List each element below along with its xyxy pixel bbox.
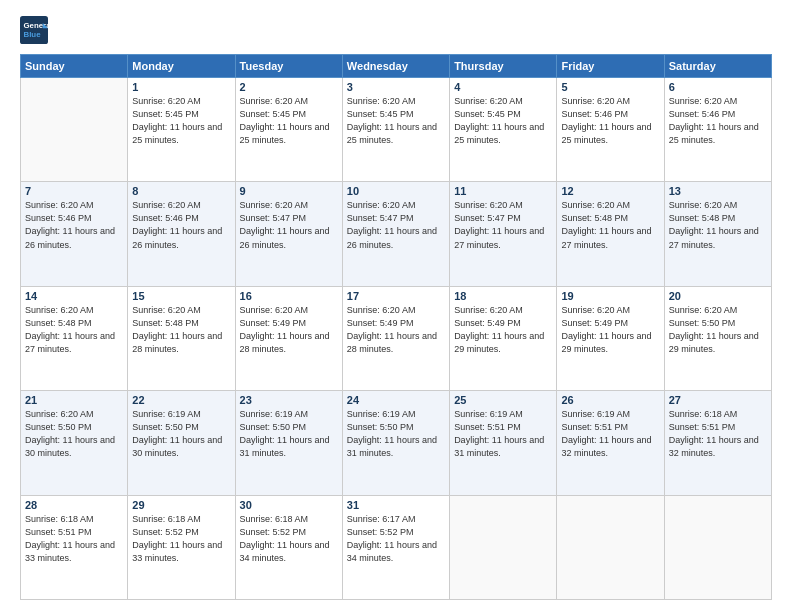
calendar-cell: 26Sunrise: 6:19 AMSunset: 5:51 PMDayligh…: [557, 391, 664, 495]
header: General Blue: [20, 16, 772, 44]
day-number: 18: [454, 290, 552, 302]
day-info: Sunrise: 6:19 AMSunset: 5:50 PMDaylight:…: [240, 408, 338, 460]
calendar-week-row: 28Sunrise: 6:18 AMSunset: 5:51 PMDayligh…: [21, 495, 772, 599]
day-number: 26: [561, 394, 659, 406]
day-number: 21: [25, 394, 123, 406]
day-info: Sunrise: 6:19 AMSunset: 5:51 PMDaylight:…: [561, 408, 659, 460]
day-info: Sunrise: 6:17 AMSunset: 5:52 PMDaylight:…: [347, 513, 445, 565]
calendar-cell: 30Sunrise: 6:18 AMSunset: 5:52 PMDayligh…: [235, 495, 342, 599]
calendar-cell: 5Sunrise: 6:20 AMSunset: 5:46 PMDaylight…: [557, 78, 664, 182]
day-number: 7: [25, 185, 123, 197]
day-info: Sunrise: 6:20 AMSunset: 5:46 PMDaylight:…: [25, 199, 123, 251]
calendar-cell: 10Sunrise: 6:20 AMSunset: 5:47 PMDayligh…: [342, 182, 449, 286]
day-info: Sunrise: 6:20 AMSunset: 5:49 PMDaylight:…: [454, 304, 552, 356]
day-number: 19: [561, 290, 659, 302]
day-number: 3: [347, 81, 445, 93]
day-header: Wednesday: [342, 55, 449, 78]
svg-text:Blue: Blue: [24, 30, 42, 39]
day-info: Sunrise: 6:20 AMSunset: 5:47 PMDaylight:…: [240, 199, 338, 251]
calendar-week-row: 7Sunrise: 6:20 AMSunset: 5:46 PMDaylight…: [21, 182, 772, 286]
day-info: Sunrise: 6:19 AMSunset: 5:51 PMDaylight:…: [454, 408, 552, 460]
calendar-cell: [21, 78, 128, 182]
day-number: 24: [347, 394, 445, 406]
calendar-cell: 6Sunrise: 6:20 AMSunset: 5:46 PMDaylight…: [664, 78, 771, 182]
day-number: 22: [132, 394, 230, 406]
day-number: 4: [454, 81, 552, 93]
page: General Blue SundayMondayTuesdayWednesda…: [0, 0, 792, 612]
day-number: 11: [454, 185, 552, 197]
calendar-cell: 25Sunrise: 6:19 AMSunset: 5:51 PMDayligh…: [450, 391, 557, 495]
day-info: Sunrise: 6:20 AMSunset: 5:46 PMDaylight:…: [669, 95, 767, 147]
calendar-cell: 29Sunrise: 6:18 AMSunset: 5:52 PMDayligh…: [128, 495, 235, 599]
calendar-week-row: 1Sunrise: 6:20 AMSunset: 5:45 PMDaylight…: [21, 78, 772, 182]
calendar-week-row: 14Sunrise: 6:20 AMSunset: 5:48 PMDayligh…: [21, 286, 772, 390]
day-number: 31: [347, 499, 445, 511]
day-number: 12: [561, 185, 659, 197]
day-number: 16: [240, 290, 338, 302]
day-info: Sunrise: 6:20 AMSunset: 5:48 PMDaylight:…: [561, 199, 659, 251]
day-info: Sunrise: 6:18 AMSunset: 5:52 PMDaylight:…: [240, 513, 338, 565]
day-number: 28: [25, 499, 123, 511]
calendar-cell: 1Sunrise: 6:20 AMSunset: 5:45 PMDaylight…: [128, 78, 235, 182]
day-header: Monday: [128, 55, 235, 78]
day-info: Sunrise: 6:18 AMSunset: 5:51 PMDaylight:…: [25, 513, 123, 565]
calendar-cell: 9Sunrise: 6:20 AMSunset: 5:47 PMDaylight…: [235, 182, 342, 286]
calendar-cell: 15Sunrise: 6:20 AMSunset: 5:48 PMDayligh…: [128, 286, 235, 390]
day-number: 25: [454, 394, 552, 406]
calendar-cell: 27Sunrise: 6:18 AMSunset: 5:51 PMDayligh…: [664, 391, 771, 495]
header-row: SundayMondayTuesdayWednesdayThursdayFrid…: [21, 55, 772, 78]
calendar-cell: [557, 495, 664, 599]
day-number: 17: [347, 290, 445, 302]
calendar-cell: 2Sunrise: 6:20 AMSunset: 5:45 PMDaylight…: [235, 78, 342, 182]
day-info: Sunrise: 6:18 AMSunset: 5:51 PMDaylight:…: [669, 408, 767, 460]
calendar-cell: 14Sunrise: 6:20 AMSunset: 5:48 PMDayligh…: [21, 286, 128, 390]
calendar-cell: 24Sunrise: 6:19 AMSunset: 5:50 PMDayligh…: [342, 391, 449, 495]
day-info: Sunrise: 6:19 AMSunset: 5:50 PMDaylight:…: [347, 408, 445, 460]
day-info: Sunrise: 6:20 AMSunset: 5:50 PMDaylight:…: [25, 408, 123, 460]
day-info: Sunrise: 6:20 AMSunset: 5:45 PMDaylight:…: [347, 95, 445, 147]
day-info: Sunrise: 6:20 AMSunset: 5:47 PMDaylight:…: [454, 199, 552, 251]
day-info: Sunrise: 6:20 AMSunset: 5:48 PMDaylight:…: [132, 304, 230, 356]
day-number: 15: [132, 290, 230, 302]
day-info: Sunrise: 6:20 AMSunset: 5:49 PMDaylight:…: [240, 304, 338, 356]
calendar-table: SundayMondayTuesdayWednesdayThursdayFrid…: [20, 54, 772, 600]
day-info: Sunrise: 6:20 AMSunset: 5:48 PMDaylight:…: [25, 304, 123, 356]
day-number: 8: [132, 185, 230, 197]
day-number: 10: [347, 185, 445, 197]
day-info: Sunrise: 6:20 AMSunset: 5:49 PMDaylight:…: [347, 304, 445, 356]
day-info: Sunrise: 6:20 AMSunset: 5:48 PMDaylight:…: [669, 199, 767, 251]
day-number: 2: [240, 81, 338, 93]
calendar-cell: 16Sunrise: 6:20 AMSunset: 5:49 PMDayligh…: [235, 286, 342, 390]
day-info: Sunrise: 6:20 AMSunset: 5:45 PMDaylight:…: [132, 95, 230, 147]
day-info: Sunrise: 6:20 AMSunset: 5:49 PMDaylight:…: [561, 304, 659, 356]
calendar-cell: 20Sunrise: 6:20 AMSunset: 5:50 PMDayligh…: [664, 286, 771, 390]
day-number: 20: [669, 290, 767, 302]
calendar-week-row: 21Sunrise: 6:20 AMSunset: 5:50 PMDayligh…: [21, 391, 772, 495]
calendar-cell: 23Sunrise: 6:19 AMSunset: 5:50 PMDayligh…: [235, 391, 342, 495]
day-number: 23: [240, 394, 338, 406]
calendar-cell: 3Sunrise: 6:20 AMSunset: 5:45 PMDaylight…: [342, 78, 449, 182]
day-header: Thursday: [450, 55, 557, 78]
day-info: Sunrise: 6:20 AMSunset: 5:50 PMDaylight:…: [669, 304, 767, 356]
calendar-cell: [450, 495, 557, 599]
day-header: Sunday: [21, 55, 128, 78]
day-info: Sunrise: 6:20 AMSunset: 5:46 PMDaylight:…: [132, 199, 230, 251]
logo: General Blue: [20, 16, 48, 44]
day-header: Saturday: [664, 55, 771, 78]
day-number: 29: [132, 499, 230, 511]
calendar-cell: 19Sunrise: 6:20 AMSunset: 5:49 PMDayligh…: [557, 286, 664, 390]
day-number: 1: [132, 81, 230, 93]
calendar-cell: 11Sunrise: 6:20 AMSunset: 5:47 PMDayligh…: [450, 182, 557, 286]
calendar-cell: 18Sunrise: 6:20 AMSunset: 5:49 PMDayligh…: [450, 286, 557, 390]
day-info: Sunrise: 6:20 AMSunset: 5:47 PMDaylight:…: [347, 199, 445, 251]
day-info: Sunrise: 6:19 AMSunset: 5:50 PMDaylight:…: [132, 408, 230, 460]
day-number: 5: [561, 81, 659, 93]
calendar-cell: 17Sunrise: 6:20 AMSunset: 5:49 PMDayligh…: [342, 286, 449, 390]
day-number: 6: [669, 81, 767, 93]
calendar-cell: 4Sunrise: 6:20 AMSunset: 5:45 PMDaylight…: [450, 78, 557, 182]
logo-icon: General Blue: [20, 16, 48, 44]
day-number: 27: [669, 394, 767, 406]
day-number: 30: [240, 499, 338, 511]
day-info: Sunrise: 6:20 AMSunset: 5:45 PMDaylight:…: [240, 95, 338, 147]
day-header: Friday: [557, 55, 664, 78]
